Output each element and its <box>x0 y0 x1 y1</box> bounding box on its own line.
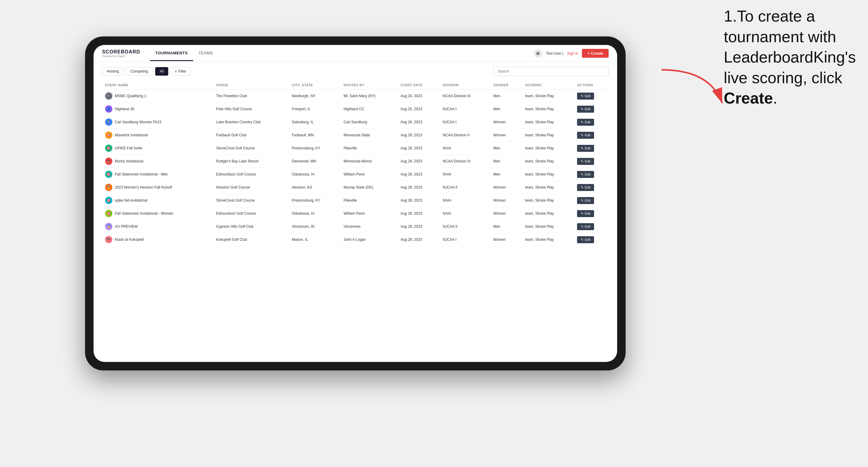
edit-icon: ✎ <box>581 94 583 98</box>
event-name-text: Carl Sandburg Women FA23 <box>115 120 161 124</box>
cell-gender: Women <box>490 181 522 194</box>
cell-division: NAIA <box>440 142 490 155</box>
cell-gender: Women <box>490 233 522 246</box>
filter-icon: ≡ <box>175 69 177 73</box>
team-logo: 🎯 <box>105 145 112 152</box>
team-logo: 🎯 <box>105 170 112 178</box>
competing-filter[interactable]: Competing <box>126 67 153 75</box>
table-row: 🦅 Klash at Kokopelli Kokopelli Golf Club… <box>102 233 609 246</box>
edit-button[interactable]: ✎ Edit <box>577 197 594 204</box>
event-name-text: upike fall invitational <box>115 198 147 203</box>
cell-venue: Park Hills Golf Course <box>213 103 289 116</box>
edit-button[interactable]: ✎ Edit <box>577 93 594 100</box>
event-name-text: MSMC Qualifying 1 <box>115 94 146 98</box>
col-start-date: START DATE <box>398 81 440 90</box>
cell-hosted: Pikeville <box>340 142 397 155</box>
cell-gender: Men <box>490 142 522 155</box>
cell-actions: ✎ Edit <box>574 207 609 220</box>
header-row: EVENT NAME VENUE CITY, STATE HOSTED BY S… <box>102 81 609 90</box>
logo-sub: Powered by Clippit <box>102 55 140 58</box>
cell-venue: Edmundson Golf Course <box>213 207 289 220</box>
edit-icon: ✎ <box>581 107 583 111</box>
table-row: 🦅 Morris Invitational Ruttger's Bay Lake… <box>102 155 609 168</box>
cell-scoring: team, Stroke Play <box>522 103 574 116</box>
edit-button[interactable]: ✎ Edit <box>577 158 594 165</box>
search-input[interactable] <box>493 67 609 76</box>
edit-button[interactable]: ✎ Edit <box>577 119 594 126</box>
col-actions: ACTIONS <box>574 81 609 90</box>
filter-button[interactable]: ≡ Filter <box>171 67 190 75</box>
main-content: Hosting Competing All ≡ Filter EVENT NAM… <box>94 62 617 362</box>
cell-event-name: 🎯 upike fall invitational <box>102 194 213 207</box>
cell-date: Aug 28, 2023 <box>398 233 440 246</box>
cell-division: NJCAA I <box>440 116 490 129</box>
edit-icon: ✎ <box>581 186 583 189</box>
cell-venue: Cypress Hills Golf Club <box>213 220 289 233</box>
sign-in-link[interactable]: Sign In <box>567 51 578 56</box>
cell-scoring: team, Stroke Play <box>522 220 574 233</box>
cell-date: Aug 28, 2023 <box>398 181 440 194</box>
table-row: 🎯 Fall Statesmen Invitational - Men Edmu… <box>102 168 609 181</box>
cell-venue: Kokopelli Golf Club <box>213 233 289 246</box>
cell-hosted: John A Logan <box>340 233 397 246</box>
cell-venue: Ruttger's Bay Lake Resort <box>213 155 289 168</box>
team-logo: 🦅 <box>105 158 112 165</box>
cell-scoring: team, Stroke Play <box>522 194 574 207</box>
edit-icon: ✎ <box>581 212 583 216</box>
edit-button[interactable]: ✎ Edit <box>577 106 594 113</box>
team-logo: 🏅 <box>105 223 112 230</box>
cell-actions: ✎ Edit <box>574 168 609 181</box>
cell-scoring: team, Stroke Play <box>522 168 574 181</box>
cell-division: NJCAA I <box>440 233 490 246</box>
table-row: 🎯 UPIKE Fall Invite StoneCrest Golf Cour… <box>102 142 609 155</box>
cell-hosted: Carl Sandburg <box>340 116 397 129</box>
nav-teams[interactable]: TEAMS <box>193 46 218 61</box>
edit-button[interactable]: ✎ Edit <box>577 236 594 243</box>
cell-hosted: Minnesota State <box>340 129 397 142</box>
edit-button[interactable]: ✎ Edit <box>577 210 594 217</box>
edit-button[interactable]: ✎ Edit <box>577 184 594 191</box>
gear-icon[interactable]: ⚙ <box>534 49 542 58</box>
edit-icon: ✎ <box>581 133 583 137</box>
cell-actions: ✎ Edit <box>574 142 609 155</box>
cell-city: Marion, IL <box>289 233 341 246</box>
edit-button[interactable]: ✎ Edit <box>577 171 594 178</box>
col-hosted-by: HOSTED BY <box>340 81 397 90</box>
cell-venue: Edmundson Golf Course <box>213 168 289 181</box>
cell-date: Aug 25, 2023 <box>398 103 440 116</box>
edit-button[interactable]: ✎ Edit <box>577 223 594 230</box>
nav-tournaments[interactable]: TOURNAMENTS <box>150 46 193 61</box>
cell-venue: Hesston Golf Course <box>213 181 289 194</box>
create-button[interactable]: + Create <box>582 49 609 58</box>
search-bar <box>493 67 609 76</box>
edit-button[interactable]: ✎ Edit <box>577 132 594 139</box>
cell-division: NAIA <box>440 194 490 207</box>
cell-event-name: 👤 Highland 36 <box>102 103 213 116</box>
col-division: DIVISION <box>440 81 490 90</box>
cell-event-name: 🎯 UPIKE Fall Invite <box>102 142 213 155</box>
cell-date: Aug 26, 2023 <box>398 116 440 129</box>
team-logo: 🎯 <box>105 131 112 139</box>
cell-gender: Women <box>490 129 522 142</box>
filter-label: Filter <box>178 69 186 73</box>
team-logo: 👤 <box>105 105 112 113</box>
cell-scoring: team, Stroke Play <box>522 116 574 129</box>
event-name-text: Maverick Invitational <box>115 133 148 137</box>
cell-gender: Women <box>490 116 522 129</box>
hosting-filter[interactable]: Hosting <box>102 67 124 75</box>
all-filter[interactable]: All <box>155 67 168 75</box>
cell-event-name: 🦅 Morris Invitational <box>102 155 213 168</box>
annotation-line1: 1.To create a <box>724 7 815 25</box>
cell-venue: The Powelton Club <box>213 90 289 103</box>
cell-venue: StoneCrest Golf Course <box>213 142 289 155</box>
cell-event-name: 🦅 Klash at Kokopelli <box>102 233 213 246</box>
cell-gender: Men <box>490 155 522 168</box>
edit-button[interactable]: ✎ Edit <box>577 145 594 152</box>
tournaments-table: EVENT NAME VENUE CITY, STATE HOSTED BY S… <box>102 81 609 246</box>
event-name-text: Fall Statesmen Invitational - Men <box>115 172 168 177</box>
cell-event-name: 🏅 VU PREVIEW <box>102 220 213 233</box>
cell-event-name: 🎯 Maverick Invitational <box>102 129 213 142</box>
annotation-punctuation: . <box>773 89 777 107</box>
cell-date: Aug 28, 2023 <box>398 194 440 207</box>
table-row: 👤 Highland 36 Park Hills Golf Course Fre… <box>102 103 609 116</box>
